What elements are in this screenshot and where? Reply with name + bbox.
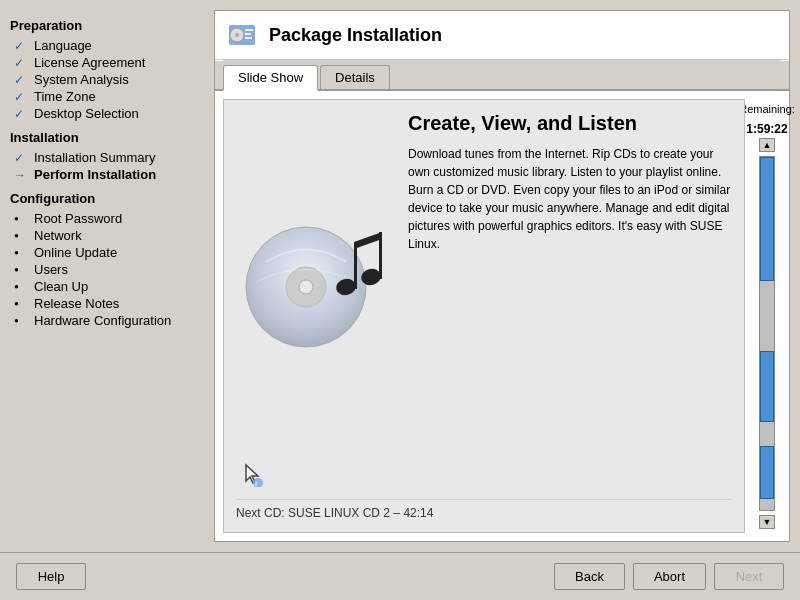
slide-footer: Next CD: SUSE LINUX CD 2 – 42:14 [236,499,732,520]
sidebar-item: ●Online Update [10,244,206,261]
sidebar-item: ●Network [10,227,206,244]
svg-marker-13 [354,232,382,249]
help-button[interactable]: Help [16,563,86,590]
sidebar-section-title: Installation [10,130,206,145]
slideshow-area: Create, View, and Listen Download tunes … [215,91,789,541]
svg-rect-11 [354,242,357,289]
sidebar-item-label: Language [34,38,92,53]
svg-rect-4 [245,33,251,35]
arrow-icon: → [14,168,30,182]
sidebar-item-label: Clean Up [34,279,88,294]
sidebar: Preparation✓Language✓License Agreement✓S… [10,10,206,542]
sidebar-item: ●Hardware Configuration [10,312,206,329]
checkmark-icon: ✓ [14,39,30,53]
package-installation-icon [227,19,259,51]
svg-rect-3 [245,29,253,31]
sidebar-item-label: Online Update [34,245,117,260]
checkmark-icon: ✓ [14,90,30,104]
next-button[interactable]: Next [714,563,784,590]
package-installation-header: Package Installation [215,11,789,60]
sidebar-item: ✓Language [10,37,206,54]
sidebar-section-title: Preparation [10,18,206,33]
svg-text:i: i [255,480,257,487]
slide-text: Create, View, and Listen Download tunes … [408,112,732,451]
tab-slideshow[interactable]: Slide Show [223,65,318,91]
back-button[interactable]: Back [554,563,625,590]
sidebar-item-label: Perform Installation [34,167,156,182]
slide-image [236,112,396,451]
abort-button[interactable]: Abort [633,563,706,590]
sidebar-item-label: System Analysis [34,72,129,87]
checkmark-icon: ✓ [14,73,30,87]
sidebar-item: ✓Installation Summary [10,149,206,166]
checkmark-icon: ✓ [14,56,30,70]
sidebar-item: →Perform Installation [10,166,206,183]
bullet-icon: ● [14,316,30,325]
checkmark-icon: ✓ [14,107,30,121]
svg-point-2 [235,33,239,37]
sidebar-item: ✓Time Zone [10,88,206,105]
tab-details[interactable]: Details [320,65,390,89]
sidebar-item: ●Release Notes [10,295,206,312]
bullet-icon: ● [14,299,30,308]
bullet-icon: ● [14,265,30,274]
sidebar-item-label: Time Zone [34,89,96,104]
sidebar-item-label: Release Notes [34,296,119,311]
sidebar-item: ✓System Analysis [10,71,206,88]
bullet-icon: ● [14,214,30,223]
bullet-icon: ● [14,231,30,240]
sidebar-item-label: License Agreement [34,55,145,70]
sidebar-item-label: Root Password [34,211,122,226]
sidebar-item-label: Users [34,262,68,277]
sidebar-item: ●Clean Up [10,278,206,295]
bullet-icon: ● [14,282,30,291]
sidebar-item-label: Network [34,228,82,243]
checkmark-icon: ✓ [14,151,30,165]
slide-title: Create, View, and Listen [408,112,732,135]
bullet-icon: ● [14,248,30,257]
sidebar-item: ✓Desktop Selection [10,105,206,122]
remaining-label: Remaining: [739,103,795,116]
next-cd-text: Next CD: SUSE LINUX CD 2 – 42:14 [236,506,433,520]
sidebar-item: ✓License Agreement [10,54,206,71]
sidebar-item: ●Root Password [10,210,206,227]
svg-rect-5 [245,37,252,39]
slide-body: Download tunes from the Internet. Rip CD… [408,145,732,253]
scrollbar-track[interactable] [759,156,775,511]
sidebar-item-label: Hardware Configuration [34,313,171,328]
slide-content: Create, View, and Listen Download tunes … [223,99,745,533]
remaining-time: 1:59:22 [746,122,787,136]
scroll-up-button[interactable]: ▲ [759,138,775,152]
sidebar-item: ●Users [10,261,206,278]
sidebar-section-title: Configuration [10,191,206,206]
scroll-down-button[interactable]: ▼ [759,515,775,529]
svg-point-8 [299,280,313,294]
content-area: Package Installation Slide Show Details [214,10,790,542]
scrollbar-area: Remaining: 1:59:22 ▲ ▼ [753,99,781,533]
sidebar-item-label: Desktop Selection [34,106,139,121]
tab-bar: Slide Show Details [215,61,789,91]
sidebar-item-label: Installation Summary [34,150,155,165]
bottom-bar: Help Back Abort Next [0,552,800,600]
package-installation-title: Package Installation [269,25,442,46]
